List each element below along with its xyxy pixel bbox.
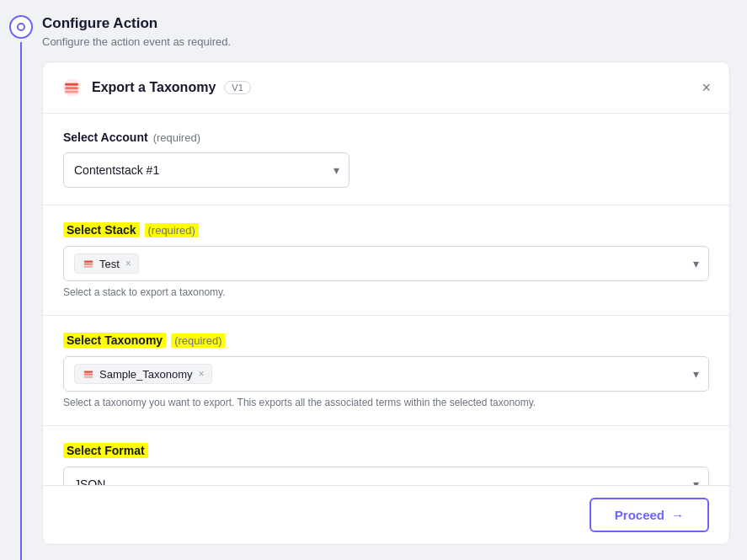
- account-required: (required): [153, 131, 200, 144]
- format-selected-value: JSON: [74, 477, 105, 485]
- account-select[interactable]: Contentstack #1: [63, 152, 349, 188]
- format-label: Select Format: [63, 443, 709, 458]
- taxonomy-section: Select Taxonomy (required): [43, 316, 729, 426]
- version-badge: V1: [224, 81, 250, 94]
- stack-select-wrapper: Test × ▾: [63, 246, 709, 281]
- card-header: Export a Taxonomy V1 ×: [43, 62, 729, 114]
- taxonomy-required: (required): [171, 333, 225, 348]
- stack-tag-icon: [82, 257, 95, 270]
- close-icon: ×: [702, 79, 711, 97]
- account-selected-value: Contentstack #1: [74, 163, 159, 177]
- stack-select[interactable]: Test ×: [63, 246, 709, 281]
- taxonomy-tag-remove[interactable]: ×: [199, 369, 205, 379]
- svg-rect-2: [65, 91, 78, 93]
- page-title: Configure Action: [42, 15, 730, 32]
- stack-tag-remove[interactable]: ×: [125, 259, 131, 269]
- stack-hint: Select a stack to export a taxonomy.: [63, 286, 709, 298]
- stack-label: Select Stack (required): [63, 222, 709, 237]
- taxonomy-label: Select Taxonomy (required): [63, 333, 709, 348]
- main-content: Configure Action Configure the action ev…: [42, 0, 747, 560]
- svg-rect-4: [84, 264, 93, 265]
- proceed-arrow-icon: →: [671, 508, 684, 522]
- taxonomy-tag-container: Sample_Taxonomy ×: [74, 364, 212, 384]
- svg-rect-5: [84, 266, 93, 268]
- taxonomy-tag-label: Sample_Taxonomy: [99, 368, 193, 381]
- stack-section: Select Stack (required): [43, 205, 729, 316]
- svg-rect-6: [84, 371, 93, 373]
- step-circle-inner: [17, 23, 25, 31]
- proceed-label: Proceed: [615, 508, 664, 522]
- app-icon: [60, 76, 83, 99]
- svg-rect-1: [65, 87, 78, 89]
- stack-tag-container: Test ×: [74, 253, 139, 274]
- close-button[interactable]: ×: [700, 77, 712, 99]
- taxonomy-hint: Select a taxonomy you want to export. Th…: [63, 397, 709, 408]
- step-circle: [9, 15, 33, 39]
- account-section: Select Account (required) Contentstack #…: [43, 114, 729, 205]
- card-header-left: Export a Taxonomy V1: [60, 76, 251, 99]
- page-subtitle: Configure the action event as required.: [42, 35, 730, 48]
- format-section: Select Format JSON ▾: [43, 426, 729, 485]
- proceed-button[interactable]: Proceed →: [590, 498, 709, 532]
- account-select-wrapper: Contentstack #1 ▾: [63, 152, 349, 188]
- configure-card: Export a Taxonomy V1 × Select Account (r…: [42, 61, 730, 545]
- card-body: Select Account (required) Contentstack #…: [43, 114, 729, 485]
- taxonomy-tag: Sample_Taxonomy ×: [74, 364, 212, 384]
- account-label: Select Account (required): [63, 131, 709, 144]
- svg-rect-0: [65, 83, 78, 86]
- card-app-name: Export a Taxonomy: [92, 80, 216, 95]
- stack-tag-label: Test: [99, 258, 120, 270]
- taxonomy-select-wrapper: Sample_Taxonomy × ▾: [63, 356, 709, 392]
- stack-required: (required): [145, 223, 199, 237]
- sidebar: [0, 0, 42, 560]
- svg-rect-7: [84, 374, 93, 376]
- taxonomy-label-text: Select Taxonomy: [63, 333, 166, 348]
- svg-rect-8: [84, 376, 93, 378]
- account-label-text: Select Account: [63, 131, 148, 144]
- step-line: [20, 42, 22, 560]
- format-select-wrapper: JSON ▾: [63, 467, 709, 485]
- stack-label-text: Select Stack: [63, 222, 140, 237]
- svg-rect-3: [84, 261, 93, 263]
- taxonomy-tag-icon: [82, 367, 95, 381]
- page-wrapper: Configure Action Configure the action ev…: [0, 0, 747, 560]
- format-select[interactable]: JSON: [63, 467, 709, 485]
- taxonomy-select[interactable]: Sample_Taxonomy ×: [63, 356, 709, 392]
- card-footer: Proceed →: [43, 485, 729, 544]
- stack-tag: Test ×: [74, 253, 139, 274]
- format-label-text: Select Format: [63, 443, 148, 458]
